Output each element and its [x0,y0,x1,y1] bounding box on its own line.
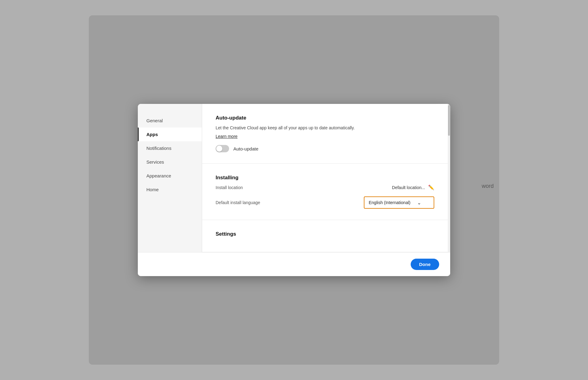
lang-select[interactable]: English (International) English (US) Fre… [364,197,434,208]
lang-select-wrapper: English (International) English (US) Fre… [364,196,434,209]
sidebar-item-general[interactable]: General [138,114,202,127]
default-lang-label: Default install language [216,200,260,205]
sidebar-item-home[interactable]: Home [138,183,202,196]
edit-location-icon[interactable]: ✏️ [428,184,434,190]
settings-section: Settings [202,220,448,252]
autoupdate-section: Auto-update Let the Creative Cloud app k… [202,104,448,164]
install-location-value-group: Default location... ✏️ [392,184,434,190]
autoupdate-description: Let the Creative Cloud app keep all of y… [216,125,434,131]
done-button[interactable]: Done [411,259,439,270]
sidebar-item-services[interactable]: Services [138,155,202,169]
learn-more-link[interactable]: Learn more [216,134,238,139]
scrollbar-track[interactable] [448,104,450,252]
toggle-knob [216,146,222,152]
settings-title: Settings [216,231,434,237]
autoupdate-title: Auto-update [216,115,434,121]
default-lang-row: Default install language English (Intern… [216,196,434,209]
settings-dialog: General Apps Notifications Services Appe… [138,104,450,276]
main-content: Auto-update Let the Creative Cloud app k… [202,104,448,252]
outer-background: word General Apps Notifications Services… [89,15,499,365]
dialog-footer: Done [138,252,450,276]
password-hint: word [482,183,494,189]
install-location-label: Install location [216,185,243,190]
scrollbar-thumb[interactable] [448,105,450,136]
installing-title: Installing [216,175,434,181]
autoupdate-toggle[interactable] [216,145,229,152]
installing-section: Installing Install location Default loca… [202,164,448,220]
install-location-value: Default location... [392,185,425,190]
sidebar: General Apps Notifications Services Appe… [138,104,202,252]
autoupdate-toggle-label: Auto-update [233,146,258,151]
sidebar-item-notifications[interactable]: Notifications [138,141,202,155]
autoupdate-toggle-row: Auto-update [216,145,434,152]
sidebar-item-apps[interactable]: Apps [138,127,202,141]
dialog-body: General Apps Notifications Services Appe… [138,104,450,252]
sidebar-item-appearance[interactable]: Appearance [138,169,202,183]
install-location-row: Install location Default location... ✏️ [216,184,434,190]
